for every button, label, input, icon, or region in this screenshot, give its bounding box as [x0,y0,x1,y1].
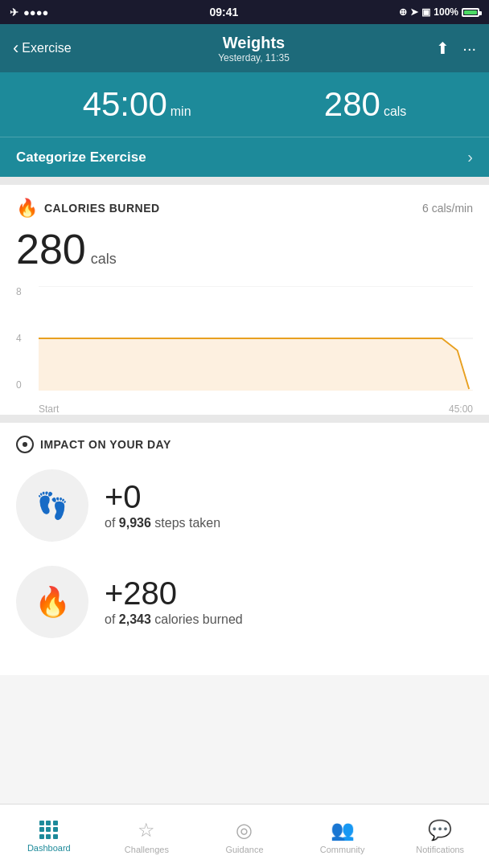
nav-item-notifications[interactable]: 💬 Notifications [391,805,489,868]
impact-section: IMPACT ON YOUR DAY 👣 +0 of 9,936 steps t… [0,423,489,675]
arrow-icon: ➤ [410,6,418,18]
guidance-icon: ◎ [236,819,253,841]
calories-rate: 6 cals/min [422,202,473,215]
footsteps-icon: 👣 [36,490,68,521]
section-divider [0,177,489,185]
nav-item-challenges[interactable]: ☆ Challenges [98,805,196,868]
calories-section-title: CALORIES BURNED [44,202,160,215]
dashboard-icon [39,821,59,840]
battery-icon [462,8,479,17]
duration-unit: min [171,104,191,118]
nav-item-community[interactable]: 👥 Community [294,805,392,868]
calories-data: +280 of 2,343 calories burned [105,577,243,627]
calories-delta: +280 [105,577,243,609]
steps-delta: +0 [105,481,220,513]
location-icon: ⊕ [399,6,407,18]
signal-bars: ●●●● [23,6,48,18]
nav-label-guidance: Guidance [225,845,263,854]
airplay-icon: ▣ [421,6,430,18]
calories-unit-label: cals [91,251,117,268]
page-title: Weights [218,34,290,52]
duration-value: 45:00 [83,85,167,123]
calories-circle: 🔥 [16,566,88,638]
chart-x-labels: Start 45:00 [39,399,473,415]
svg-marker-3 [39,338,473,391]
community-icon: 👥 [331,819,355,841]
section-divider-2 [0,415,489,423]
nav-label-community: Community [320,845,365,854]
target-icon [16,436,34,453]
calories-chart: 0 4 8 Start 45:00 [16,286,473,415]
chart-y-4: 4 [16,333,32,344]
duration-summary: 45:00min [83,88,191,121]
chart-area [39,286,473,391]
back-chevron-icon: ‹ [13,38,18,59]
header: ‹ Exercise Weights Yesterday, 11:35 ⬆ ··… [0,24,489,72]
summary-calories-value: 280 [324,85,380,123]
bottom-spacer [0,675,489,739]
calories-header-left: 🔥 CALORIES BURNED [16,198,160,219]
bottom-nav: Dashboard ☆ Challenges ◎ Guidance 👥 Comm… [0,804,489,868]
cal-desc-suffix: calories burned [151,612,243,626]
status-time: 09:41 [209,6,238,18]
battery-percent: 100% [434,6,458,18]
calories-burned-section: 🔥 CALORIES BURNED 6 cals/min 280 cals 0 … [0,185,489,415]
chart-x-start: Start [39,403,59,415]
calories-summary: 280cals [324,88,407,121]
impact-title: IMPACT ON YOUR DAY [40,438,171,451]
nav-item-dashboard[interactable]: Dashboard [0,805,98,868]
nav-label-challenges: Challenges [125,845,169,854]
steps-circle: 👣 [16,469,88,542]
chart-y-labels: 0 4 8 [16,286,32,391]
summary-bar: 45:00min 280cals [0,72,489,137]
steps-desc-bold: 9,936 [119,516,151,530]
categorize-label: Categorize Exercise [16,149,146,166]
back-label: Exercise [22,41,71,55]
steps-impact-item: 👣 +0 of 9,936 steps taken [16,469,473,542]
cal-desc-prefix: of [105,612,119,626]
categorize-exercise-button[interactable]: Categorize Exercise › [0,137,489,177]
calories-impact-item: 🔥 +280 of 2,343 calories burned [16,566,473,638]
page-subtitle: Yesterday, 11:35 [218,52,290,63]
steps-description: of 9,936 steps taken [105,516,220,530]
calories-header: 🔥 CALORIES BURNED 6 cals/min [16,198,473,219]
nav-item-guidance[interactable]: ◎ Guidance [195,805,294,868]
back-button[interactable]: ‹ Exercise [13,38,72,59]
status-left: ✈ ●●●● [10,6,48,18]
status-bar: ✈ ●●●● 09:41 ⊕ ➤ ▣ 100% [0,0,489,24]
header-center: Weights Yesterday, 11:35 [218,34,290,63]
summary-calories-unit: cals [384,104,406,118]
target-dot [23,442,27,447]
steps-data: +0 of 9,936 steps taken [105,481,220,530]
status-right: ⊕ ➤ ▣ 100% [399,6,479,18]
flame-icon: 🔥 [16,198,38,219]
chart-x-end: 45:00 [449,403,473,415]
chevron-right-icon: › [467,148,473,166]
chart-y-8: 8 [16,286,32,297]
calories-flame-icon: 🔥 [35,585,71,619]
airplane-icon: ✈ [10,6,18,18]
nav-label-notifications: Notifications [416,845,464,854]
share-button[interactable]: ⬆ [436,39,450,58]
steps-desc-prefix: of [105,516,119,530]
calories-description: of 2,343 calories burned [105,612,243,627]
impact-header: IMPACT ON YOUR DAY [16,436,473,453]
steps-desc-suffix: steps taken [151,516,220,530]
notifications-icon: 💬 [428,819,452,841]
calories-number: 280 [16,225,86,273]
more-button[interactable]: ··· [462,39,476,58]
cal-desc-bold: 2,343 [119,612,151,626]
chart-svg [39,286,473,391]
calories-value-row: 280 cals [16,225,473,273]
nav-label-dashboard: Dashboard [27,843,71,853]
challenges-icon: ☆ [138,819,155,841]
header-actions: ⬆ ··· [436,39,476,58]
chart-y-0: 0 [16,379,32,391]
